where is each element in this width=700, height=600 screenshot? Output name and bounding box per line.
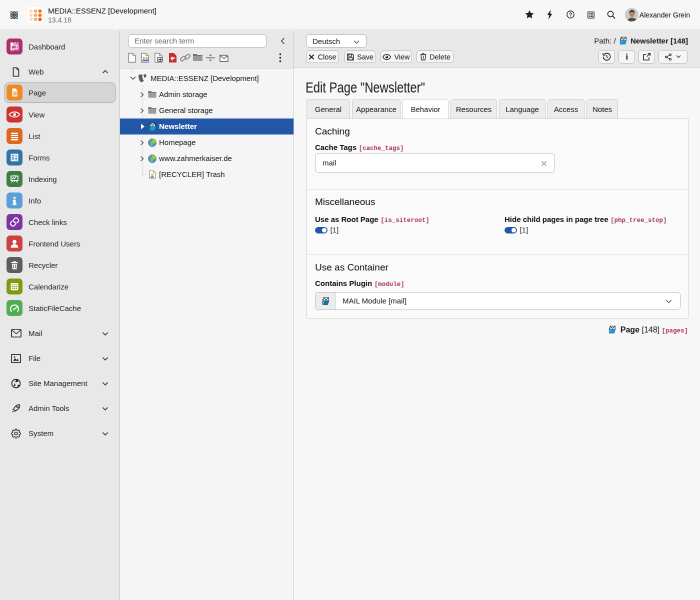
svg-text:?: ? — [569, 12, 572, 18]
